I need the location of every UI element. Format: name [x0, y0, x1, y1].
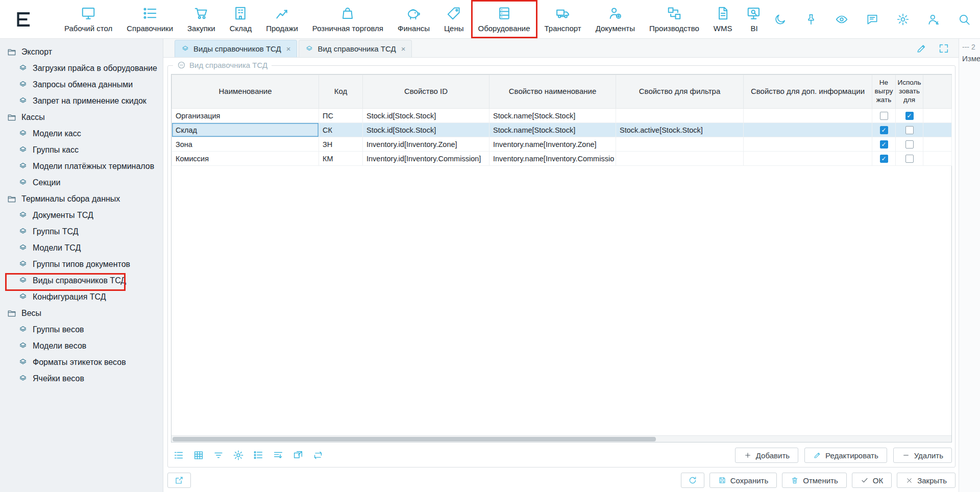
cell-use-for[interactable]	[896, 123, 923, 137]
menu-item-purchases-cart[interactable]: Закупки	[180, 0, 223, 38]
collapse-group-button[interactable]	[177, 61, 186, 69]
column-header[interactable]: Свойство наименование	[489, 75, 616, 109]
list-view-button[interactable]	[173, 450, 184, 461]
cell-prop-id[interactable]: Stock.id[Stock.Stock]	[363, 123, 489, 137]
export-button[interactable]	[167, 473, 191, 488]
sidebar-item[interactable]: Группы весов	[0, 322, 163, 338]
sidebar-item[interactable]: Конфигурация ТСД	[0, 289, 163, 305]
checkbox-no-upload[interactable]	[880, 140, 888, 149]
sidebar-item[interactable]: Модели ТСД	[0, 240, 163, 256]
sidebar-item[interactable]: Запросы обмена данными	[0, 77, 163, 93]
sidebar-item[interactable]: Ячейки весов	[0, 371, 163, 387]
cell-code[interactable]: КМ	[319, 152, 363, 166]
collapse-rows-button[interactable]	[273, 450, 284, 461]
sidebar-item[interactable]: Терминалы сбора данных	[0, 191, 163, 207]
menu-item-price-tag[interactable]: Цены	[437, 0, 471, 38]
cell-code[interactable]: ПС	[319, 109, 363, 123]
checkbox-use-for[interactable]	[905, 112, 914, 120]
table-row[interactable]: КомиссияКМInventory.id[Inventory.Commiss…	[172, 152, 952, 166]
scrollbar-thumb[interactable]	[173, 437, 656, 441]
column-header[interactable]	[923, 75, 952, 109]
cell-prop-filter[interactable]	[616, 109, 744, 123]
cell-prop-name[interactable]: Stock.name[Stock.Stock]	[489, 109, 616, 123]
column-header[interactable]: Не выгружать	[872, 75, 896, 109]
sidebar-item[interactable]: Весы	[0, 305, 163, 322]
checkbox-no-upload[interactable]	[880, 126, 888, 134]
cell-prop-info[interactable]	[744, 152, 872, 166]
menu-item-bi-monitor[interactable]: BI	[739, 0, 769, 38]
user-permissions-button[interactable]	[927, 13, 940, 26]
table-row[interactable]: ЗонаЗНInventory.id[Inventory.Zone]Invent…	[172, 137, 952, 152]
cell-use-for[interactable]	[896, 137, 923, 152]
menu-item-reference-list[interactable]: Справочники	[119, 0, 180, 38]
cell-name[interactable]: Зона	[172, 137, 319, 152]
save-button[interactable]: Сохранить	[709, 473, 777, 488]
refresh-button[interactable]	[681, 473, 704, 488]
sidebar-item[interactable]: Секции	[0, 175, 163, 191]
cell-use-for[interactable]	[896, 152, 923, 166]
cell-no-upload[interactable]	[872, 152, 896, 166]
cell-prop-id[interactable]: Inventory.id[Inventory.Commission]	[363, 152, 489, 166]
cell-prop-id[interactable]: Stock.id[Stock.Stock]	[363, 109, 489, 123]
cell-code[interactable]: ЗН	[319, 137, 363, 152]
column-header[interactable]: Код	[319, 75, 363, 109]
menu-item-production[interactable]: Производство	[642, 0, 706, 38]
sidebar-item[interactable]: Модели платёжных терминалов	[0, 158, 163, 175]
cell-use-for[interactable]	[896, 109, 923, 123]
delete-button[interactable]: Удалить	[893, 448, 952, 463]
tab[interactable]: Виды справочников ТСД×	[175, 40, 297, 57]
night-mode-button[interactable]	[774, 13, 787, 26]
sidebar-item[interactable]: Форматы этикеток весов	[0, 354, 163, 371]
settings-gear-button[interactable]	[896, 13, 910, 26]
pin-button[interactable]	[804, 13, 818, 26]
sidebar-item[interactable]: Модели касс	[0, 126, 163, 142]
cell-prop-filter[interactable]: Stock.active[Stock.Stock]	[616, 123, 744, 137]
cell-name[interactable]: Организация	[172, 109, 319, 123]
edit-button[interactable]: Редактировать	[804, 448, 887, 463]
sidebar-item[interactable]: Экспорт	[0, 44, 163, 60]
sidebar-item[interactable]: Группы касс	[0, 142, 163, 158]
column-header[interactable]: Свойство ID	[363, 75, 489, 109]
cell-prop-name[interactable]: Inventory.name[Inventory.Zone]	[489, 137, 616, 152]
column-header[interactable]: Использовать для	[896, 75, 923, 109]
sidebar-item[interactable]: Виды справочников ТСД	[0, 273, 163, 289]
sidebar-item[interactable]: Модели весов	[0, 338, 163, 354]
reload-grid-button[interactable]	[312, 450, 324, 461]
grid-settings-button[interactable]	[233, 450, 244, 461]
menu-item-warehouse[interactable]: Склад	[223, 0, 259, 38]
cell-prop-name[interactable]: Stock.name[Stock.Stock]	[489, 123, 616, 137]
table-row[interactable]: СкладСКStock.id[Stock.Stock]Stock.name[S…	[172, 123, 952, 137]
column-header[interactable]: Свойство для доп. информации	[744, 75, 872, 109]
menu-item-finance-piggy[interactable]: Финансы	[390, 0, 437, 38]
checkbox-use-for[interactable]	[905, 140, 914, 149]
menu-item-wms-document[interactable]: WMS	[706, 0, 740, 38]
cell-no-upload[interactable]	[872, 137, 896, 152]
grid-view-button[interactable]	[193, 450, 204, 461]
open-window-button[interactable]	[292, 450, 304, 461]
cell-no-upload[interactable]	[872, 109, 896, 123]
search-button[interactable]	[958, 13, 971, 26]
cancel-button[interactable]: Отменить	[782, 473, 847, 488]
comments-button[interactable]	[866, 13, 879, 26]
cell-code[interactable]: СК	[319, 123, 363, 137]
sidebar-item[interactable]: Кассы	[0, 109, 163, 126]
sidebar-item[interactable]: Документы ТСД	[0, 207, 163, 224]
ok-button[interactable]: ОК	[852, 473, 892, 488]
eye-button[interactable]	[835, 13, 848, 26]
checkbox-use-for[interactable]	[905, 126, 914, 134]
menu-item-desktop[interactable]: Рабочий стол	[57, 0, 119, 38]
fullscreen-button[interactable]	[938, 43, 949, 54]
cell-prop-info[interactable]	[744, 137, 872, 152]
tab-close-icon[interactable]: ×	[401, 44, 406, 53]
close-button[interactable]: Закрыть	[897, 473, 955, 488]
cell-name[interactable]: Комиссия	[172, 152, 319, 166]
cell-prop-info[interactable]	[744, 123, 872, 137]
cell-prop-filter[interactable]	[616, 152, 744, 166]
menu-item-retail-bag[interactable]: Розничная торговля	[305, 0, 390, 38]
cell-prop-id[interactable]: Inventory.id[Inventory.Zone]	[363, 137, 489, 152]
tab[interactable]: Вид справочника ТСД×	[299, 40, 412, 57]
column-header[interactable]: Наименование	[172, 75, 319, 109]
horizontal-scrollbar[interactable]	[172, 435, 951, 442]
ordered-list-button[interactable]	[253, 450, 264, 461]
tab-close-icon[interactable]: ×	[286, 44, 291, 53]
